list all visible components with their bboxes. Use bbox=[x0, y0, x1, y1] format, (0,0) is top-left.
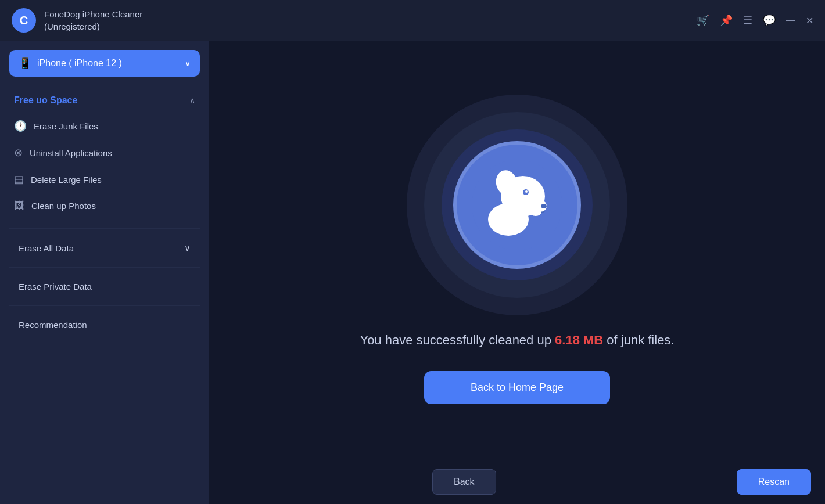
minimize-icon[interactable]: — bbox=[786, 15, 795, 26]
free-space-section: Free uo Space ∧ 🕐 Erase Junk Files ⊗ Uni… bbox=[0, 88, 209, 219]
titlebar: C FoneDog iPhone Cleaner (Unregistered) … bbox=[0, 0, 825, 41]
sidebar-item-erase-all[interactable]: Erase All Data ∨ bbox=[5, 233, 205, 262]
success-message: You have successfully cleaned up 6.18 MB… bbox=[360, 333, 675, 348]
rescan-button[interactable]: Rescan bbox=[737, 469, 811, 495]
logo-circle bbox=[453, 141, 581, 269]
phone-icon: 📱 bbox=[19, 57, 31, 70]
main-content: You have successfully cleaned up 6.18 MB… bbox=[209, 41, 825, 504]
free-space-header[interactable]: Free uo Space ∧ bbox=[9, 88, 200, 113]
sidebar-divider-2 bbox=[9, 267, 200, 268]
back-button[interactable]: Back bbox=[432, 469, 496, 495]
sidebar-item-erase-junk[interactable]: 🕐 Erase Junk Files bbox=[9, 113, 200, 139]
device-selector-left: 📱 iPhone ( iPhone 12 ) bbox=[19, 57, 122, 70]
photo-icon: 🖼 bbox=[14, 200, 24, 212]
logo-container bbox=[407, 95, 627, 315]
chat-icon[interactable]: 💬 bbox=[763, 14, 776, 27]
success-text-after: of junk files. bbox=[603, 333, 674, 347]
erase-all-chevron-icon: ∨ bbox=[184, 243, 191, 253]
free-space-title: Free uo Space bbox=[14, 95, 77, 106]
svg-point-8 bbox=[530, 208, 541, 216]
cleanup-photos-label: Clean up Photos bbox=[31, 201, 96, 211]
delete-large-label: Delete Large Files bbox=[31, 175, 102, 185]
app-logo: C bbox=[12, 8, 36, 33]
svg-point-3 bbox=[488, 203, 529, 236]
sidebar-divider-3 bbox=[9, 305, 200, 306]
menu-icon[interactable]: ☰ bbox=[743, 14, 752, 27]
recommendation-label: Recommendation bbox=[19, 320, 87, 330]
device-name: iPhone ( iPhone 12 ) bbox=[37, 58, 122, 69]
erase-private-label: Erase Private Data bbox=[19, 282, 92, 291]
close-icon[interactable]: ✕ bbox=[806, 15, 813, 26]
uninstall-icon: ⊗ bbox=[14, 146, 23, 159]
device-selector[interactable]: 📱 iPhone ( iPhone 12 ) ∨ bbox=[9, 50, 200, 77]
svg-point-6 bbox=[525, 190, 528, 193]
free-space-chevron-icon: ∧ bbox=[189, 96, 195, 105]
sidebar-item-cleanup-photos[interactable]: 🖼 Clean up Photos bbox=[9, 193, 200, 219]
sidebar-item-delete-large[interactable]: ▤ Delete Large Files bbox=[9, 166, 200, 193]
sidebar-item-erase-private[interactable]: Erase Private Data bbox=[5, 272, 205, 301]
success-text-before: You have successfully cleaned up bbox=[360, 333, 555, 347]
uninstall-apps-label: Uninstall Applications bbox=[30, 148, 112, 158]
app-title: FoneDog iPhone Cleaner (Unregistered) bbox=[44, 8, 142, 33]
main-layout: 📱 iPhone ( iPhone 12 ) ∨ Free uo Space ∧… bbox=[0, 41, 825, 504]
device-chevron-icon: ∨ bbox=[185, 59, 191, 68]
erase-junk-label: Erase Junk Files bbox=[34, 121, 98, 131]
svg-point-7 bbox=[541, 204, 547, 208]
titlebar-left: C FoneDog iPhone Cleaner (Unregistered) bbox=[12, 8, 142, 33]
pin-icon[interactable]: 📌 bbox=[720, 14, 733, 27]
success-amount: 6.18 MB bbox=[555, 333, 603, 347]
erase-all-label: Erase All Data bbox=[19, 243, 74, 253]
titlebar-controls: 🛒 📌 ☰ 💬 — ✕ bbox=[697, 14, 813, 27]
cart-icon[interactable]: 🛒 bbox=[697, 14, 709, 27]
dog-logo-svg bbox=[471, 159, 564, 251]
file-icon: ▤ bbox=[14, 173, 24, 186]
sidebar-item-recommendation[interactable]: Recommendation bbox=[5, 311, 205, 339]
bottom-bar: Back Rescan bbox=[418, 460, 825, 504]
back-to-home-button[interactable]: Back to Home Page bbox=[424, 371, 610, 404]
sidebar-item-uninstall-apps[interactable]: ⊗ Uninstall Applications bbox=[9, 139, 200, 166]
sidebar-divider-1 bbox=[9, 228, 200, 229]
clock-icon: 🕐 bbox=[14, 120, 27, 132]
sidebar: 📱 iPhone ( iPhone 12 ) ∨ Free uo Space ∧… bbox=[0, 41, 209, 504]
